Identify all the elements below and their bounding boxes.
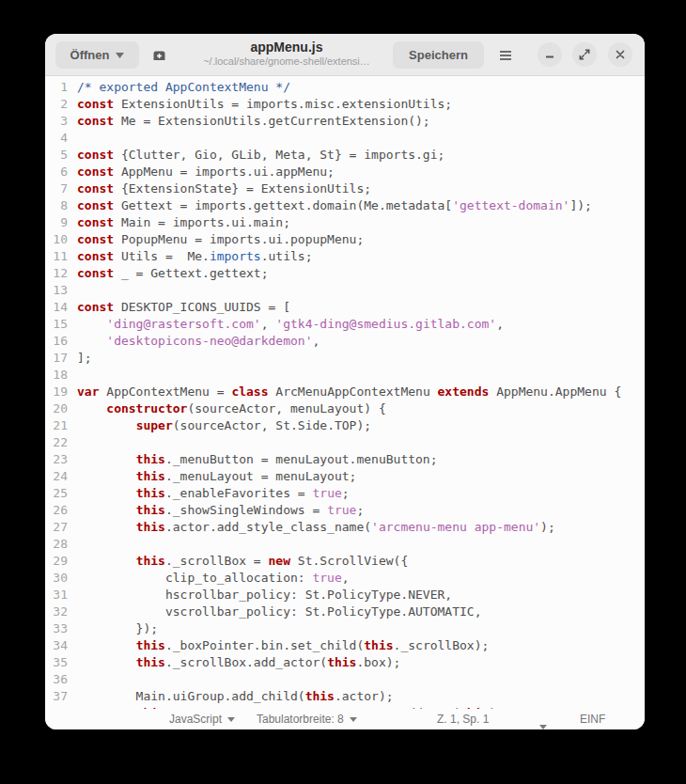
code-line: 19var AppContextMenu = class ArcMenuAppC… — [45, 384, 645, 400]
code-line-text: this.actor.add_style_class_name('arcmenu… — [68, 519, 555, 536]
code-lines: 1/* exported AppContextMenu */2const Ext… — [45, 79, 645, 709]
line-number: 6 — [45, 164, 68, 180]
code-line-text: this._menuButton = menuLayout.menuButton… — [68, 451, 438, 468]
code-line-text: vscrollbar_policy: St.PolicyType.AUTOMAT… — [68, 604, 481, 620]
code-line-text: this._enableFavorites = true; — [68, 485, 350, 502]
tab-width-label: Tabulatorbreite: 8 — [257, 709, 344, 729]
code-line: 32 vscrollbar_policy: St.PolicyType.AUTO… — [45, 604, 645, 620]
desktop-background: { "header": { "open_label": "Öffnen", "s… — [0, 0, 686, 784]
maximize-restore-icon — [578, 48, 591, 61]
line-number: 37 — [45, 688, 68, 705]
window-title-area: appMenu.js ~/.local/share/gnome-shell/ex… — [203, 39, 370, 67]
code-line: 18 — [45, 367, 645, 384]
open-button[interactable]: Öffnen — [55, 41, 139, 69]
line-number: 14 — [45, 299, 68, 316]
line-number: 19 — [45, 384, 68, 400]
statusbar: JavaScript Tabulatorbreite: 8 Z. 1, Sp. … — [45, 709, 645, 729]
line-number: 26 — [45, 502, 68, 519]
code-line: 37 Main.uiGroup.add_child(this.actor); — [45, 688, 645, 705]
chevron-down-icon — [350, 717, 357, 722]
code-line-text: }); — [68, 620, 158, 637]
code-line-text: const PopupMenu = imports.ui.popupMenu; — [68, 231, 364, 248]
code-line: 13 — [45, 282, 645, 299]
main-menu-button[interactable] — [491, 41, 521, 69]
line-number: 10 — [45, 231, 68, 248]
code-line-text — [68, 130, 77, 147]
language-selector[interactable]: JavaScript — [169, 709, 235, 729]
code-line: 31 hscrollbar_policy: St.PolicyType.NEVE… — [45, 587, 645, 604]
line-number: 4 — [45, 130, 68, 147]
code-line-text: this._showSingleWindows = true; — [68, 502, 364, 519]
close-icon — [615, 49, 626, 60]
save-button[interactable]: Speichern — [393, 41, 484, 69]
code-line: 6const AppMenu = imports.ui.appMenu; — [45, 164, 645, 180]
line-number: 7 — [45, 180, 68, 197]
code-line: 17]; — [45, 350, 645, 367]
code-line-text: this._scrollBox = new St.ScrollView({ — [68, 553, 408, 570]
chevron-down-icon — [539, 725, 547, 729]
code-line: 27 this.actor.add_style_class_name('arcm… — [45, 519, 645, 536]
new-tab-button[interactable] — [143, 41, 175, 69]
code-line: 3const Me = ExtensionUtils.getCurrentExt… — [45, 113, 645, 130]
document-title: appMenu.js — [203, 39, 370, 55]
code-line: 36 — [45, 671, 645, 688]
chevron-down-icon — [227, 717, 235, 722]
code-line: 14const DESKTOP_ICONS_UUIDS = [ — [45, 299, 645, 316]
code-line: 25 this._enableFavorites = true; — [45, 485, 645, 502]
code-line-text: const Utils = Me.imports.utils; — [68, 248, 312, 265]
maximize-button[interactable] — [572, 42, 597, 67]
line-number: 16 — [45, 333, 68, 350]
code-line: 22 — [45, 434, 645, 451]
code-line-text: const Gettext = imports.gettext.domain(M… — [68, 197, 592, 214]
code-line: 15 'ding@rastersoft.com', 'gtk4-ding@sme… — [45, 316, 645, 333]
code-line-text: this._boxPointer.bin.set_child(this._scr… — [68, 637, 489, 654]
code-line: 29 this._scrollBox = new St.ScrollView({ — [45, 553, 645, 570]
code-line-text — [68, 671, 77, 688]
code-line: 11const Utils = Me.imports.utils; — [45, 248, 645, 265]
minimize-button[interactable] — [538, 42, 562, 67]
close-button[interactable] — [608, 42, 632, 67]
line-number: 28 — [45, 536, 68, 553]
line-number: 13 — [45, 282, 68, 299]
goto-line-selector[interactable] — [539, 716, 547, 729]
line-number: 24 — [45, 468, 68, 485]
cursor-position[interactable]: Z. 1, Sp. 1 — [437, 709, 489, 729]
code-line: 4 — [45, 130, 645, 147]
line-number: 15 — [45, 316, 68, 333]
insert-mode-indicator: EINF — [580, 709, 605, 729]
line-number: 5 — [45, 147, 68, 164]
code-line-text: var AppContextMenu = class ArcMenuAppCon… — [68, 384, 621, 400]
tab-width-selector[interactable]: Tabulatorbreite: 8 — [257, 709, 357, 729]
line-number: 11 — [45, 248, 68, 265]
code-line-text: this._menuLayout = menuLayout; — [68, 468, 356, 485]
code-line: 23 this._menuButton = menuLayout.menuBut… — [45, 451, 645, 468]
code-editor[interactable]: 1/* exported AppContextMenu */2const Ext… — [45, 76, 645, 709]
open-button-label: Öffnen — [70, 48, 110, 62]
document-path: ~/.local/share/gnome-shell/extensi… — [203, 55, 370, 67]
code-line-text: super(sourceActor, St.Side.TOP); — [68, 417, 371, 434]
line-number: 23 — [45, 451, 68, 468]
line-number: 30 — [45, 570, 68, 587]
line-number: 35 — [45, 654, 68, 671]
code-line: 20 constructor(sourceActor, menuLayout) … — [45, 400, 645, 417]
line-number: 34 — [45, 637, 68, 654]
line-number: 27 — [45, 519, 68, 536]
code-line-text: const Main = imports.ui.main; — [68, 214, 290, 231]
line-number: 2 — [45, 96, 68, 113]
code-line: 33 }); — [45, 620, 645, 637]
line-number: 17 — [45, 350, 68, 367]
code-line: 2const ExtensionUtils = imports.misc.ext… — [45, 96, 645, 113]
headerbar: Öffnen appMenu.js ~/.local/share/gnome-s… — [45, 34, 645, 76]
new-tab-icon — [151, 48, 167, 63]
code-line-text: hscrollbar_policy: St.PolicyType.NEVER, — [68, 587, 452, 604]
code-line: 28 — [45, 536, 645, 553]
code-line: 10const PopupMenu = imports.ui.popupMenu… — [45, 231, 645, 248]
code-line: 21 super(sourceActor, St.Side.TOP); — [45, 417, 645, 434]
line-number: 9 — [45, 214, 68, 231]
code-line-text: const DESKTOP_ICONS_UUIDS = [ — [68, 299, 290, 316]
line-number: 8 — [45, 197, 68, 214]
code-line: 9const Main = imports.ui.main; — [45, 214, 645, 231]
line-number: 3 — [45, 113, 68, 130]
code-line-text: 'ding@rastersoft.com', 'gtk4-ding@smediu… — [68, 316, 504, 333]
code-line-text: const {ExtensionState} = ExtensionUtils; — [68, 180, 371, 197]
